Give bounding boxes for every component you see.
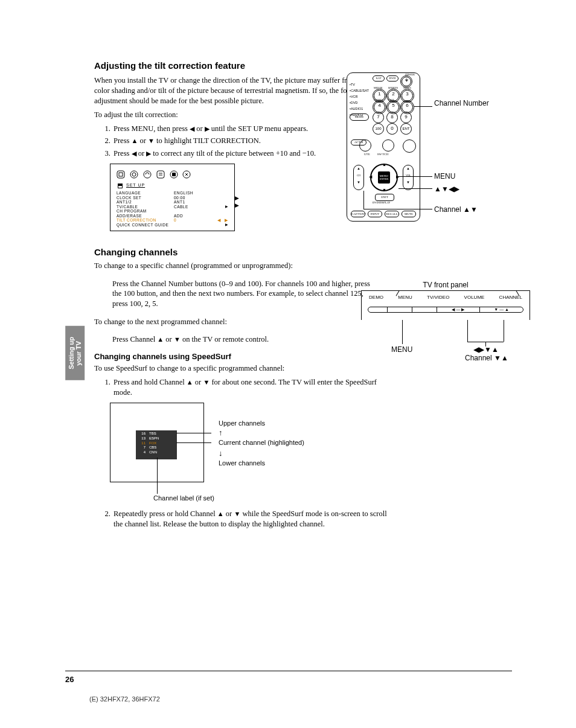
callout-line [176, 442, 211, 443]
svg-point-2 [130, 171, 138, 178]
svg-rect-12 [118, 186, 122, 188]
tvpanel-box: DEMO MENU TV/VIDEO VOLUME CHANNEL ◀ — ▶ … [361, 290, 530, 320]
tvpanel-button-bar: ◀ — ▶ ▼ — ▲ [368, 307, 523, 313]
side-tab-line1: Setting up [68, 337, 75, 369]
callout-current: Current channel (highlighted) [219, 439, 304, 446]
tvpanel-callouts: MENU ◀▶▼▲ Channel ▼▲ [361, 320, 530, 362]
channels-ind1: Press the Channel Number buttons (0–9 an… [112, 279, 378, 310]
menu-icon [143, 170, 152, 179]
speedsurf-p1: To use SpeedSurf to change to a specific… [94, 363, 378, 374]
setup-menu-table: LANGUAGEENGLISH CLOCK SET00:00 ANT1/2ANT… [117, 191, 228, 227]
left-icon: ◀ [190, 124, 194, 133]
up-arrow-icon: ↑ [219, 428, 223, 437]
menu-icon [130, 170, 138, 179]
menu-icon [117, 170, 125, 179]
speedsurf-list: 16TBS 13ESPN 11FOX 7CBS 4CNN [136, 430, 177, 459]
channels-p1: To change to a specific channel (program… [94, 261, 378, 271]
callout-line [363, 209, 432, 209]
down-icon: ▼ [203, 378, 210, 387]
svg-rect-0 [117, 171, 124, 178]
up-icon: ▲ [187, 378, 193, 387]
remote-mode-labels: •TV •CABLE/SAT •VCR •DVD •AUDIO1 •AUDIO2 [350, 81, 369, 118]
down-arrow-icon: ↓ [219, 449, 223, 458]
right-icon: ▶ [146, 149, 151, 158]
callout-line [176, 433, 211, 433]
svg-rect-9 [172, 173, 176, 176]
speedsurf-step-2: Repeatedly press or hold Channel ▲ or ▼ … [112, 509, 396, 529]
up-icon: ▲ [132, 136, 138, 145]
down-icon: ▼ [148, 136, 155, 145]
section-tab: Setting up your TV [65, 326, 85, 380]
setup-menu-title: SET UP [126, 183, 145, 187]
setup-side-arrows: ▶▶ [235, 194, 239, 209]
remote-bottom-row: CAP/TEXT INPUT RECALL MUTE [351, 211, 416, 217]
speedsurf-step-1: Press and hold Channel ▲ or ▼ for about … [112, 377, 396, 398]
svg-point-4 [144, 171, 151, 178]
speedsurf-figure: 16TBS 13ESPN 11FOX 7CBS 4CNN Upper chann… [110, 403, 517, 505]
tvpanel-labels: DEMO MENU TV/VIDEO VOLUME CHANNEL [362, 295, 530, 300]
tvpanel-callout-arrows: ◀▶▼▲ [473, 345, 499, 354]
heading-channels: Changing channels [94, 247, 517, 257]
side-tab-line2: your TV [75, 340, 82, 365]
setup-category-icon [117, 182, 124, 190]
callout-lower: Lower channels [219, 459, 265, 467]
remote-volume-rocker: ▲ VOL ▼ [403, 165, 414, 190]
channels-ind2: Press Channel ▲ or ▼ on the TV or remote… [112, 334, 378, 345]
menu-icon [170, 170, 178, 179]
remote-top-ovals: SAT DVD ⏻ [373, 75, 412, 88]
callout-channel-number: Channel Number [434, 99, 489, 107]
page-footer: 26 (E) 32HFX72, 36HFX72 [65, 671, 512, 704]
model-number: (E) 32HFX72, 36HFX72 [89, 695, 160, 703]
tvpanel-callout-menu: MENU [391, 345, 412, 354]
menu-icon [182, 170, 191, 179]
remote-body: SAT DVD ⏻ POWER •TV •CABLE/SAT •VCR •DVD… [347, 72, 420, 222]
left-icon: ◀ [132, 149, 136, 158]
remote-channel-rocker: ▲ CH ▼ [353, 165, 364, 190]
down-icon: ▼ [234, 509, 240, 519]
callout-channel-updown: Channel ▲▼ [434, 205, 478, 214]
remote-dpad: MENU/ ENTER ▲ ▼ ◀ ▶ [370, 164, 398, 191]
svg-rect-5 [157, 171, 164, 178]
tv-front-panel-figure: TV front panel DEMO MENU TV/VIDEO VOLUME… [361, 281, 530, 362]
svg-point-3 [132, 173, 136, 176]
callout-line [363, 191, 364, 209]
callout-line [157, 458, 158, 494]
page-number: 26 [65, 675, 74, 684]
up-icon: ▲ [217, 509, 224, 519]
channels-p2: To change to the next programmed channel… [94, 317, 378, 327]
remote-number-grid: 1 2 3 4 5 6 7 8 9 100 0 ENT [373, 89, 412, 134]
setup-menu-figure: SET UP LANGUAGEENGLISH CLOCK SET00:00 AN… [110, 164, 235, 231]
menu-icon [156, 170, 165, 179]
speedsurf-steps-2: Repeatedly press or hold Channel ▲ or ▼ … [94, 509, 396, 529]
tvpanel-title: TV front panel [361, 281, 530, 289]
svg-rect-1 [119, 173, 123, 176]
callout-menu: MENU [434, 172, 455, 180]
callout-arrows: ▲▼◀▶ [434, 185, 459, 193]
heading-tilt: Adjusting the tilt correction feature [94, 60, 517, 71]
callout-line [414, 106, 432, 107]
setup-menu-icons [117, 169, 228, 179]
up-icon: ▲ [157, 335, 164, 344]
down-icon: ▼ [174, 335, 181, 344]
right-icon: ▶ [205, 124, 210, 133]
tvpanel-callout-channel: Channel ▼▲ [465, 354, 508, 362]
callout-line [396, 176, 432, 177]
tilt-intro: When you install the TV or change the di… [94, 75, 372, 106]
callout-channel-label: Channel label (if set) [153, 494, 214, 502]
tilt-lead: To adjust the tilt correction: [94, 110, 378, 120]
speedsurf-steps-1: Press and hold Channel ▲ or ▼ for about … [94, 377, 396, 398]
callout-upper: Upper channels [219, 420, 265, 427]
callout-line [398, 188, 432, 189]
